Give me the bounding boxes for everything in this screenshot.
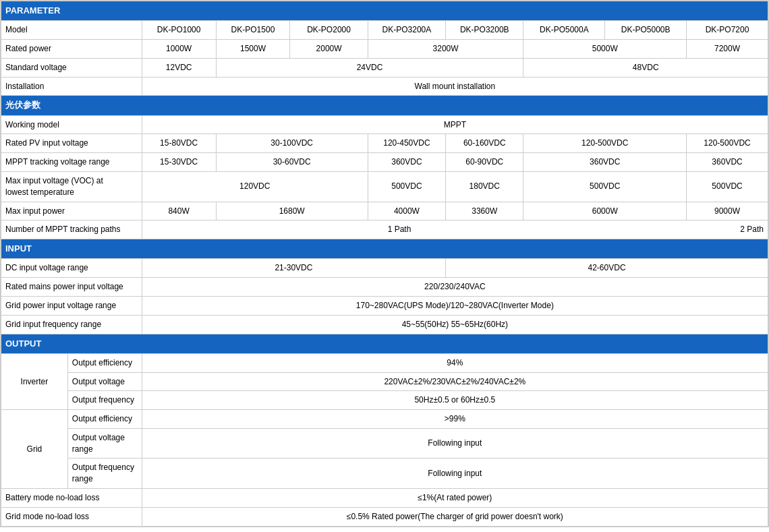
rp-7200w: 7200W <box>687 39 768 58</box>
gp-val: 170~280VAC(UPS Mode)/120~280VAC(Inverter… <box>142 296 768 315</box>
mppt-30-60: 30-60VDC <box>216 153 368 172</box>
grid-power-row: Grid power input voltage range 170~280VA… <box>1 296 768 315</box>
rp-5000w: 5000W <box>523 39 687 58</box>
bnl-label: Battery mode no-load loss <box>1 489 142 508</box>
rpv-120-500: 120-500VDC <box>523 134 687 153</box>
rp-2000w: 2000W <box>290 39 368 58</box>
voc-500a: 500VDC <box>368 171 445 202</box>
section-output: OUTPUT <box>1 334 768 353</box>
wm-label: Working model <box>1 115 142 134</box>
rm-val: 220/230/240VAC <box>142 278 768 297</box>
mppt-60-90: 60-90VDC <box>446 153 523 172</box>
working-model-row: Working model MPPT <box>1 115 768 134</box>
rpv-120-500b: 120-500VDC <box>687 134 768 153</box>
sv-12vdc: 12VDC <box>142 58 216 77</box>
model-dk7200: DK-PO7200 <box>687 21 768 40</box>
grid-volt-label: Output voltage range <box>67 428 142 459</box>
rated-mains-row: Rated mains power input voltage 220/230/… <box>1 278 768 297</box>
mp-label: Max input power <box>1 202 142 220</box>
rpv-15-80: 15-80VDC <box>142 134 216 153</box>
rp-1000w: 1000W <box>142 39 216 58</box>
inv-volt-label: Output voltage <box>67 372 142 391</box>
installation-val: Wall mount installation <box>142 77 768 96</box>
inv-eff-val: 94% <box>142 353 768 372</box>
max-power-row: Max input power 840W 1680W 4000W 3360W 6… <box>1 202 768 220</box>
paths-label: Number of MPPT tracking paths <box>1 220 142 239</box>
gp-label: Grid power input voltage range <box>1 296 142 315</box>
dc-42-60: 42-60VDC <box>446 259 768 278</box>
section-parameter: PARAMETER <box>1 1 768 21</box>
voc-row: Max input voltage (VOC) at lowest temper… <box>1 171 768 202</box>
grid-eff-val: >99% <box>142 410 768 429</box>
gf-val: 45~55(50Hz) 55~65Hz(60Hz) <box>142 315 768 334</box>
inv-freq-val: 50Hz±0.5 or 60Hz±0.5 <box>142 391 768 410</box>
grid-freq-out-label: Output frequency range <box>67 459 142 489</box>
model-row: Model DK-PO1000 DK-PO1500 DK-PO2000 DK-P… <box>1 21 768 40</box>
grid-eff-row: Grid Output efficiency >99% <box>1 410 768 429</box>
input-header: INPUT <box>1 239 768 259</box>
pv-header: 光伏参数 <box>1 96 768 115</box>
mppt-tracking-row: MPPT tracking voltage range 15-30VDC 30-… <box>1 153 768 172</box>
mp-6000: 6000W <box>523 202 687 220</box>
rpv-120-450: 120-450VDC <box>368 134 445 153</box>
rp-1500w: 1500W <box>216 39 290 58</box>
voc-500c: 500VDC <box>687 171 768 202</box>
grid-no-load-row: Grid mode no-load loss ≤0.5% Rated power… <box>1 507 768 526</box>
main-container: PARAMETER Model DK-PO1000 DK-PO1500 DK-P… <box>0 0 769 527</box>
model-dk5000b: DK-PO5000B <box>605 21 687 40</box>
gnl-val: ≤0.5% Rated power(The charger of grid po… <box>142 507 768 526</box>
grid-volt-row: Output voltage range Following input <box>1 428 768 459</box>
inv-volt-row: Output voltage 220VAC±2%/230VAC±2%/240VA… <box>1 372 768 391</box>
grid-volt-val: Following input <box>142 428 768 459</box>
installation-label: Installation <box>1 77 142 96</box>
paths-val: 1 Path 2 Path <box>142 220 768 239</box>
standard-voltage-row: Standard voltage 12VDC 24VDC 48VDC <box>1 58 768 77</box>
section-pv: 光伏参数 <box>1 96 768 115</box>
voc-180: 180VDC <box>446 171 523 202</box>
inv-eff-row: Inverter Output efficiency 94% <box>1 353 768 372</box>
voc-500b: 500VDC <box>523 171 687 202</box>
section-input: INPUT <box>1 239 768 259</box>
voc-label: Max input voltage (VOC) at lowest temper… <box>1 171 142 202</box>
mppt-paths-row: Number of MPPT tracking paths 1 Path 2 P… <box>1 220 768 239</box>
rated-power-row: Rated power 1000W 1500W 2000W 3200W 5000… <box>1 39 768 58</box>
installation-row: Installation Wall mount installation <box>1 77 768 96</box>
mppt-360a: 360VDC <box>368 153 445 172</box>
gf-label: Grid input frequency range <box>1 315 142 334</box>
model-dk1000: DK-PO1000 <box>142 21 216 40</box>
wm-val: MPPT <box>142 115 768 134</box>
model-label: Model <box>1 21 142 40</box>
parameter-header: PARAMETER <box>1 1 768 21</box>
path-1-label: 1 Path <box>152 224 646 235</box>
dc-21-30: 21-30VDC <box>142 259 445 278</box>
voc-120: 120VDC <box>142 171 368 202</box>
mppt-15-30: 15-30VDC <box>142 153 216 172</box>
mp-1680: 1680W <box>216 202 368 220</box>
model-dk3200b: DK-PO3200B <box>446 21 523 40</box>
grid-freq-row: Grid input frequency range 45~55(50Hz) 5… <box>1 315 768 334</box>
output-header: OUTPUT <box>1 334 768 353</box>
dc-label: DC input voltage range <box>1 259 142 278</box>
mp-9000: 9000W <box>687 202 768 220</box>
sv-24vdc: 24VDC <box>216 58 523 77</box>
mppt-360c: 360VDC <box>687 153 768 172</box>
rated-pv-row: Rated PV input voltage 15-80VDC 30-100VD… <box>1 134 768 153</box>
mp-3360: 3360W <box>446 202 523 220</box>
grid-eff-label: Output efficiency <box>67 410 142 429</box>
grid-freq-out-val: Following input <box>142 459 768 489</box>
rpv-label: Rated PV input voltage <box>1 134 142 153</box>
path-2-label: 2 Path <box>652 224 764 235</box>
dc-input-row: DC input voltage range 21-30VDC 42-60VDC <box>1 259 768 278</box>
inv-freq-row: Output frequency 50Hz±0.5 or 60Hz±0.5 <box>1 391 768 410</box>
mppt-360b: 360VDC <box>523 153 687 172</box>
model-dk5000a: DK-PO5000A <box>523 21 605 40</box>
gnl-label: Grid mode no-load loss <box>1 507 142 526</box>
inv-eff-label: Output efficiency <box>67 353 142 372</box>
rpv-60-160: 60-160VDC <box>446 134 523 153</box>
model-dk2000: DK-PO2000 <box>290 21 368 40</box>
rated-power-label: Rated power <box>1 39 142 58</box>
grid-freq-out-row: Output frequency range Following input <box>1 459 768 489</box>
model-dk3200a: DK-PO3200A <box>368 21 445 40</box>
inv-volt-val: 220VAC±2%/230VAC±2%/240VAC±2% <box>142 372 768 391</box>
parameter-table: PARAMETER Model DK-PO1000 DK-PO1500 DK-P… <box>1 1 768 527</box>
